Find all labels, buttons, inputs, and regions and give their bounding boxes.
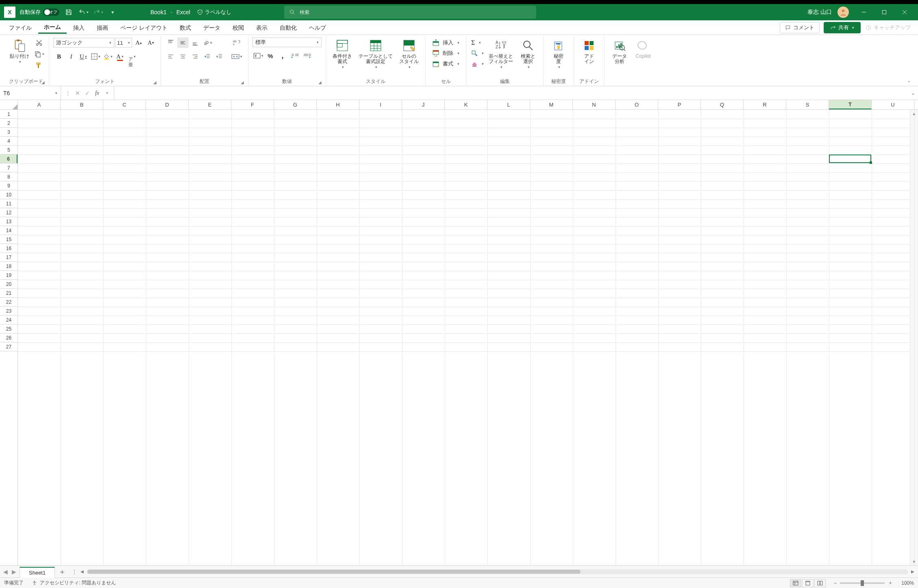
- font-name-select[interactable]: 游ゴシック▾: [53, 38, 114, 48]
- row-header-6[interactable]: 6: [0, 155, 17, 163]
- redo-icon[interactable]: ▾: [93, 7, 103, 17]
- tab-view[interactable]: 表示: [250, 22, 273, 33]
- format-painter-icon[interactable]: [33, 60, 45, 71]
- sensitivity-button[interactable]: 秘密 度▾: [548, 37, 570, 70]
- paste-button[interactable]: 貼り付け▾: [7, 37, 32, 65]
- align-left-icon[interactable]: [165, 51, 176, 62]
- row-header-24[interactable]: 24: [0, 316, 17, 324]
- col-header-M[interactable]: M: [530, 100, 573, 109]
- save-icon[interactable]: [63, 7, 74, 17]
- col-header-L[interactable]: L: [487, 100, 530, 109]
- align-right-icon[interactable]: [189, 51, 201, 62]
- align-center-icon[interactable]: [177, 51, 189, 62]
- sheet-tab-scroll-options-icon[interactable]: ⋮: [71, 569, 78, 575]
- formula-input[interactable]: [114, 86, 908, 100]
- zoom-level[interactable]: 100%: [896, 580, 914, 586]
- delete-cells-button[interactable]: 削除▾: [430, 48, 462, 59]
- tab-review[interactable]: 校閲: [227, 22, 250, 33]
- increase-font-icon[interactable]: A▴: [133, 37, 144, 48]
- row-header-9[interactable]: 9: [0, 181, 17, 190]
- add-sheet-icon[interactable]: ＋: [55, 566, 70, 577]
- col-header-S[interactable]: S: [786, 100, 829, 109]
- col-header-Q[interactable]: Q: [701, 100, 744, 109]
- expand-formula-bar-icon[interactable]: ⌄: [908, 86, 918, 100]
- share-button[interactable]: 共有 ▾: [824, 22, 861, 33]
- horizontal-scrollbar[interactable]: [87, 569, 908, 574]
- selected-cell[interactable]: [829, 155, 871, 163]
- bold-button[interactable]: B: [53, 51, 65, 62]
- row-header-13[interactable]: 13: [0, 217, 17, 226]
- col-header-C[interactable]: C: [103, 100, 146, 109]
- col-header-D[interactable]: D: [146, 100, 189, 109]
- page-layout-view-icon[interactable]: [802, 579, 814, 587]
- addins-button[interactable]: アド イン: [578, 37, 600, 65]
- increase-decimal-icon[interactable]: .0.00: [289, 50, 300, 61]
- autosave-toggle[interactable]: オフ: [43, 9, 59, 16]
- row-header-16[interactable]: 16: [0, 244, 17, 253]
- row-header-25[interactable]: 25: [0, 324, 17, 333]
- tab-home[interactable]: ホーム: [38, 21, 67, 34]
- clear-button[interactable]: ▾: [470, 59, 485, 69]
- row-header-22[interactable]: 22: [0, 298, 17, 307]
- insert-cells-button[interactable]: 挿入▾: [430, 37, 462, 48]
- col-header-N[interactable]: N: [573, 100, 616, 109]
- row-header-20[interactable]: 20: [0, 280, 17, 289]
- analyze-data-button[interactable]: データ 分析: [609, 37, 631, 65]
- autosum-button[interactable]: Σ▾: [470, 37, 485, 48]
- cut-icon[interactable]: [33, 37, 45, 48]
- merge-cells-icon[interactable]: ▾: [229, 51, 244, 62]
- align-bottom-icon[interactable]: [189, 37, 201, 48]
- fill-button[interactable]: ▾: [470, 48, 485, 59]
- col-header-A[interactable]: A: [18, 100, 61, 109]
- avatar[interactable]: [838, 7, 849, 18]
- col-header-B[interactable]: B: [61, 100, 103, 109]
- row-header-18[interactable]: 18: [0, 262, 17, 271]
- normal-view-icon[interactable]: [790, 579, 801, 587]
- maximize-button[interactable]: [875, 6, 894, 18]
- zoom-slider[interactable]: [840, 582, 885, 584]
- borders-icon[interactable]: ▾: [90, 51, 101, 62]
- tab-data[interactable]: データ: [198, 22, 226, 33]
- col-header-P[interactable]: P: [658, 100, 701, 109]
- scroll-right-icon[interactable]: ▶: [909, 568, 916, 575]
- row-header-12[interactable]: 12: [0, 208, 17, 217]
- row-header-26[interactable]: 26: [0, 333, 17, 342]
- decrease-indent-icon[interactable]: [202, 51, 213, 62]
- col-header-J[interactable]: J: [402, 100, 445, 109]
- phonetic-icon[interactable]: ア亜▾: [126, 51, 138, 62]
- fb-dropdown-icon[interactable]: ▾: [102, 89, 111, 98]
- find-select-button[interactable]: 検索と 選択▾: [517, 37, 539, 70]
- sheet-tab-1[interactable]: Sheet1: [20, 567, 55, 578]
- zoom-in-icon[interactable]: ＋: [888, 579, 893, 586]
- enter-formula-icon[interactable]: ✓: [83, 89, 92, 98]
- percent-format-icon[interactable]: %: [265, 50, 276, 61]
- sort-filter-button[interactable]: AZ 並べ替えと フィルター▾: [486, 37, 516, 70]
- row-header-1[interactable]: 1: [0, 110, 17, 119]
- prev-sheet-icon[interactable]: ◀: [3, 568, 8, 575]
- row-header-7[interactable]: 7: [0, 163, 17, 172]
- tab-automate[interactable]: 自動化: [274, 22, 302, 33]
- row-header-11[interactable]: 11: [0, 199, 17, 208]
- tab-insert[interactable]: 挿入: [67, 22, 90, 33]
- collapse-ribbon-icon[interactable]: ⌄: [907, 78, 911, 83]
- tab-page-layout[interactable]: ページ レイアウト: [115, 22, 173, 33]
- row-header-4[interactable]: 4: [0, 137, 17, 146]
- fb-more-icon[interactable]: ⋮: [63, 89, 72, 98]
- align-middle-icon[interactable]: [177, 37, 189, 48]
- font-launcher-icon[interactable]: ◢: [153, 80, 157, 85]
- col-header-R[interactable]: R: [744, 100, 786, 109]
- vertical-scrollbar[interactable]: [910, 117, 918, 558]
- increase-indent-icon[interactable]: [214, 51, 225, 62]
- cancel-formula-icon[interactable]: ✕: [73, 89, 82, 98]
- wrap-text-icon[interactable]: abc: [229, 37, 244, 48]
- row-header-5[interactable]: 5: [0, 146, 17, 155]
- qat-customize-icon[interactable]: ▾: [107, 7, 118, 17]
- row-header-2[interactable]: 2: [0, 119, 17, 128]
- tab-file[interactable]: ファイル: [3, 22, 37, 33]
- tab-formulas[interactable]: 数式: [174, 22, 197, 33]
- row-header-21[interactable]: 21: [0, 289, 17, 298]
- zoom-out-icon[interactable]: −: [834, 580, 837, 586]
- row-header-17[interactable]: 17: [0, 253, 17, 262]
- tab-draw[interactable]: 描画: [91, 22, 114, 33]
- italic-button[interactable]: I: [65, 51, 77, 62]
